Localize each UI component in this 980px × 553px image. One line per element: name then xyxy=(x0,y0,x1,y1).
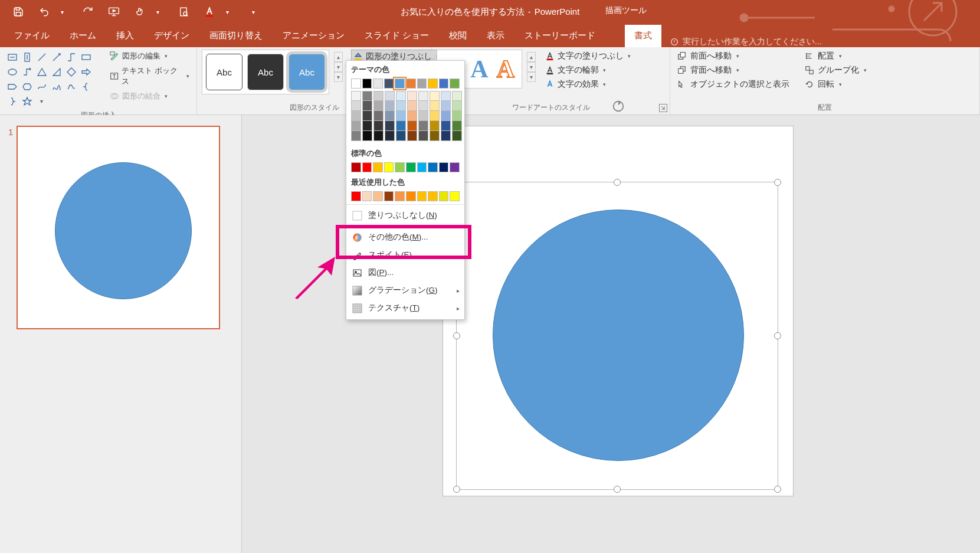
style-gallery-more[interactable]: ▾ xyxy=(334,72,343,82)
text-outline-button[interactable]: 文字の輪郭▾ xyxy=(544,64,632,77)
color-swatch[interactable] xyxy=(428,191,438,201)
color-swatch[interactable] xyxy=(428,162,438,172)
color-swatch[interactable] xyxy=(373,162,383,172)
color-swatch[interactable] xyxy=(417,191,427,201)
color-swatch[interactable] xyxy=(384,162,394,172)
bring-forward-button[interactable]: 前面へ移動▾ xyxy=(675,50,792,63)
shape-connector-icon[interactable] xyxy=(64,50,78,64)
touch-mode-button[interactable] xyxy=(133,5,146,18)
color-swatch[interactable] xyxy=(430,131,440,141)
shape-rbrace-icon[interactable] xyxy=(5,94,19,109)
color-swatch[interactable] xyxy=(406,191,416,201)
shape-textbox-h-icon[interactable] xyxy=(5,50,19,64)
color-swatch[interactable] xyxy=(430,91,440,101)
color-swatch[interactable] xyxy=(452,101,462,111)
color-swatch[interactable] xyxy=(373,91,384,101)
color-swatch[interactable] xyxy=(385,111,395,121)
color-swatch[interactable] xyxy=(362,101,372,111)
color-swatch[interactable] xyxy=(396,111,406,121)
color-swatch[interactable] xyxy=(373,121,384,131)
group-button[interactable]: グループ化▾ xyxy=(802,64,869,77)
text-box-button[interactable]: テキスト ボックス▾ xyxy=(107,64,192,88)
color-swatch[interactable] xyxy=(452,91,462,101)
color-swatch[interactable] xyxy=(351,101,361,111)
gradient-fill-item[interactable]: グラデーション(G) ▸ xyxy=(346,282,464,299)
wordart-gallery-more[interactable]: ▾ xyxy=(527,72,536,82)
align-button[interactable]: 配置▾ xyxy=(802,50,869,63)
color-swatch[interactable] xyxy=(396,121,406,131)
tab-design[interactable]: デザイン xyxy=(145,25,199,47)
color-swatch[interactable] xyxy=(362,111,372,121)
color-swatch[interactable] xyxy=(362,162,372,172)
color-swatch[interactable] xyxy=(395,78,405,89)
color-swatch[interactable] xyxy=(418,121,428,131)
color-swatch[interactable] xyxy=(439,191,449,201)
color-swatch[interactable] xyxy=(351,121,361,131)
color-swatch[interactable] xyxy=(407,111,417,121)
color-swatch[interactable] xyxy=(385,131,395,141)
font-color-dropdown[interactable]: ▾ xyxy=(221,5,234,18)
thumbnail-slide-1[interactable]: 1 xyxy=(8,126,233,329)
color-swatch[interactable] xyxy=(385,121,395,131)
shape-textbox-v-icon[interactable] xyxy=(19,50,34,64)
shape-star-icon[interactable] xyxy=(19,94,34,109)
color-swatch[interactable] xyxy=(351,191,361,201)
shape-freeform-icon[interactable] xyxy=(49,79,64,94)
shape-rtriangle-icon[interactable] xyxy=(49,64,64,79)
picture-fill-item[interactable]: 図(P)... xyxy=(346,264,464,282)
resize-handle-s[interactable] xyxy=(614,486,621,493)
shape-hexagon-icon[interactable] xyxy=(19,79,34,94)
touch-mode-dropdown[interactable]: ▾ xyxy=(151,5,164,18)
wordart-preset-2[interactable]: A xyxy=(470,55,488,83)
color-swatch[interactable] xyxy=(351,91,361,101)
color-swatch[interactable] xyxy=(406,78,416,89)
color-swatch[interactable] xyxy=(450,191,460,201)
shape-arrow-line-icon[interactable] xyxy=(49,50,64,64)
color-swatch[interactable] xyxy=(362,91,372,101)
edit-shape-button[interactable]: 図形の編集▾ xyxy=(107,50,192,63)
color-swatch[interactable] xyxy=(385,101,395,111)
tab-home[interactable]: ホーム xyxy=(60,25,106,47)
selection-pane-button[interactable]: オブジェクトの選択と表示 xyxy=(675,78,792,91)
send-backward-button[interactable]: 背面へ移動▾ xyxy=(675,64,792,77)
selection-bounding-box[interactable] xyxy=(456,182,778,490)
tab-review[interactable]: 校閲 xyxy=(440,25,476,47)
shape-style-gallery[interactable]: Abc Abc Abc xyxy=(202,50,329,94)
font-color-button[interactable] xyxy=(203,5,216,18)
color-swatch[interactable] xyxy=(395,191,405,201)
color-swatch[interactable] xyxy=(407,121,417,131)
color-swatch[interactable] xyxy=(452,121,462,131)
color-swatch[interactable] xyxy=(406,162,416,172)
tab-transitions[interactable]: 画面切り替え xyxy=(200,25,272,47)
color-swatch[interactable] xyxy=(441,111,451,121)
color-swatch[interactable] xyxy=(452,131,462,141)
shape-arrow-right-icon[interactable] xyxy=(78,64,93,79)
color-swatch[interactable] xyxy=(441,91,451,101)
thumbnail-preview[interactable] xyxy=(17,126,220,329)
resize-handle-ne[interactable] xyxy=(774,179,781,186)
texture-fill-item[interactable]: テクスチャ(T) ▸ xyxy=(346,299,464,317)
color-swatch[interactable] xyxy=(418,91,428,101)
color-swatch[interactable] xyxy=(373,191,383,201)
color-swatch[interactable] xyxy=(418,111,428,121)
color-swatch[interactable] xyxy=(418,131,428,141)
color-swatch[interactable] xyxy=(428,78,438,89)
more-colors-item[interactable]: その他の色(M)... xyxy=(346,228,464,246)
tab-file[interactable]: ファイル xyxy=(5,25,59,47)
color-swatch[interactable] xyxy=(417,162,427,172)
shape-connector2-icon[interactable] xyxy=(19,64,34,79)
color-swatch[interactable] xyxy=(441,131,451,141)
style-gallery-down[interactable]: ▾ xyxy=(334,62,343,72)
tab-insert[interactable]: 挿入 xyxy=(107,25,143,47)
color-swatch[interactable] xyxy=(430,101,440,111)
resize-handle-e[interactable] xyxy=(774,332,781,339)
tab-storyboard[interactable]: ストーリーボード xyxy=(515,25,605,47)
no-fill-item[interactable]: 塗りつぶしなし(N) xyxy=(346,207,464,224)
color-swatch[interactable] xyxy=(373,78,383,89)
tell-me-search[interactable]: 実行したい作業を入力してください... xyxy=(663,37,829,47)
color-swatch[interactable] xyxy=(351,78,361,89)
slide-thumbnail-pane[interactable]: 1 xyxy=(0,115,242,553)
merge-shapes-button[interactable]: 図形の結合▾ xyxy=(107,90,192,103)
shapes-gallery[interactable]: ▾ xyxy=(5,50,104,109)
color-swatch[interactable] xyxy=(373,101,384,111)
